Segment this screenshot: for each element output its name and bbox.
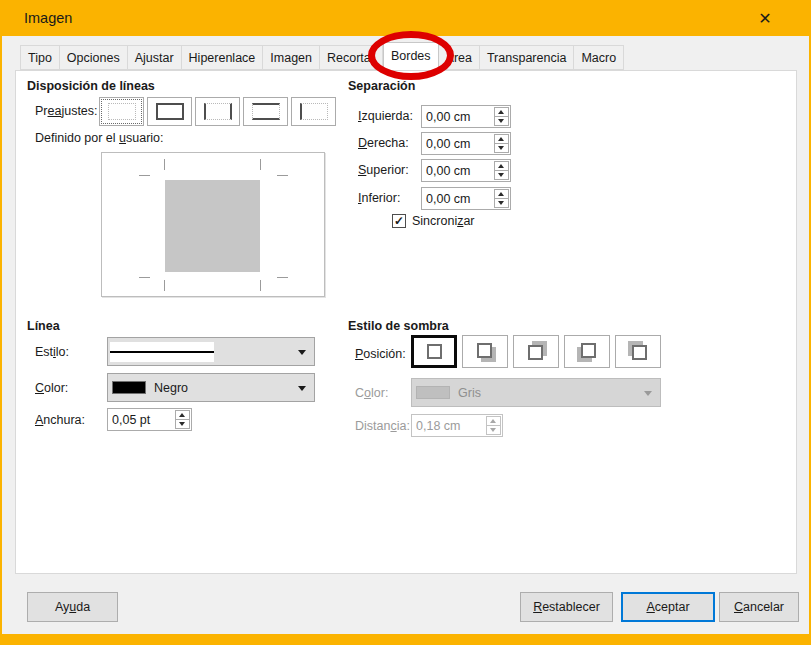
gray-color-swatch: [416, 386, 450, 399]
tick-mark: [139, 175, 150, 176]
shadow-distance-field: [411, 414, 503, 437]
dialog-bottom-border: [0, 634, 811, 645]
spin-down-icon: [490, 428, 496, 432]
shadow-top-right-button[interactable]: [513, 335, 559, 368]
line-style-select[interactable]: [107, 337, 315, 366]
user-defined-label: Definido por el usuario:: [35, 131, 164, 145]
left-spacing-input[interactable]: [422, 106, 493, 127]
ok-button[interactable]: Aceptar: [621, 592, 715, 622]
chevron-down-icon: [298, 350, 306, 355]
line-style-preview: [110, 342, 214, 362]
shadow-color-select: Gris: [411, 378, 661, 407]
spin-up-icon: [498, 192, 504, 196]
line-title: Línea: [27, 319, 60, 333]
left-spacing-label: Izquierda:: [358, 109, 413, 123]
line-arrangement-title: Disposición de líneas: [27, 79, 155, 93]
tick-mark: [139, 277, 150, 278]
tab-opciones[interactable]: Opciones: [60, 45, 128, 70]
spin-down-icon: [498, 173, 504, 177]
tick-mark: [164, 280, 165, 291]
shadow-bottom-right-icon: [475, 341, 496, 362]
shadow-bottom-left-icon: [577, 341, 598, 362]
shadow-title: Estilo de sombra: [348, 319, 449, 333]
spin-up-icon: [498, 137, 504, 141]
spin-up-icon: [498, 164, 504, 168]
left-spacing-spinner[interactable]: [494, 107, 509, 126]
top-spacing-label: Superior:: [358, 163, 409, 177]
image-dialog: Imagen ✕ Tipo Opciones Ajustar Hiperenla…: [0, 0, 811, 645]
top-spacing-field: [421, 159, 511, 182]
no-border-icon: [108, 103, 136, 120]
checkmark-icon: ✓: [394, 215, 404, 227]
spin-down-icon: [498, 146, 504, 150]
help-button[interactable]: Ayuda: [27, 592, 118, 622]
shadow-distance-input: [412, 415, 485, 436]
right-spacing-spinner[interactable]: [494, 134, 509, 153]
tick-mark: [260, 280, 261, 291]
spin-up-icon: [490, 419, 496, 423]
tab-bordes-label: Bordes: [391, 49, 431, 63]
bottom-spacing-label: Inferior:: [358, 191, 400, 205]
tab-imagen[interactable]: Imagen: [263, 45, 320, 70]
cancel-button[interactable]: Cancelar: [719, 592, 799, 622]
right-spacing-input[interactable]: [422, 133, 493, 154]
window-title: Imagen: [24, 10, 72, 26]
shadow-bottom-left-button[interactable]: [564, 335, 610, 368]
shadow-top-left-icon: [628, 341, 649, 362]
solid-line-sample: [110, 351, 214, 353]
spin-down-icon: [179, 422, 185, 426]
reset-button[interactable]: Restablecer: [520, 592, 613, 622]
shadow-color-value: Gris: [458, 386, 481, 400]
tab-ajustar[interactable]: Ajustar: [128, 45, 182, 70]
spin-down-icon: [498, 119, 504, 123]
spin-up-icon: [179, 413, 185, 417]
close-icon: ✕: [758, 9, 771, 28]
line-width-spinner[interactable]: [175, 410, 190, 429]
tick-mark: [277, 277, 288, 278]
tick-mark: [164, 159, 165, 170]
preset-no-border-button[interactable]: [99, 97, 144, 126]
spin-down-icon: [498, 201, 504, 205]
preset-box-button[interactable]: [147, 97, 192, 126]
tab-transparencia[interactable]: Transparencia: [480, 45, 574, 70]
top-spacing-input[interactable]: [422, 160, 493, 181]
top-spacing-spinner[interactable]: [494, 161, 509, 180]
left-spacing-field: [421, 105, 511, 128]
line-width-input[interactable]: [108, 409, 174, 430]
close-button[interactable]: ✕: [745, 0, 785, 36]
tick-mark: [277, 175, 288, 176]
black-color-swatch: [112, 381, 146, 394]
left-right-border-icon: [204, 103, 232, 120]
box-border-icon: [156, 103, 184, 120]
preset-top-bottom-button[interactable]: [243, 97, 288, 126]
borders-tab-page: Disposición de líneas Preajustes: Defini…: [15, 70, 797, 574]
synchronize-checkbox[interactable]: ✓: [392, 214, 406, 228]
tab-recortar[interactable]: Recortar: [320, 45, 383, 70]
tab-strip: Tipo Opciones Ajustar Hiperenlace Imagen…: [20, 45, 624, 70]
shadow-top-right-icon: [526, 341, 547, 362]
shadow-none-icon: [424, 341, 445, 362]
cancel-button-label: Cancelar: [734, 600, 784, 614]
shadow-bottom-right-button[interactable]: [462, 335, 508, 368]
bottom-spacing-input[interactable]: [422, 188, 493, 209]
preset-left-only-button[interactable]: [291, 97, 336, 126]
tab-hiperenlace[interactable]: Hiperenlace: [182, 45, 264, 70]
tab-tipo[interactable]: Tipo: [20, 45, 60, 70]
chevron-down-icon: [644, 391, 652, 396]
preset-left-right-button[interactable]: [195, 97, 240, 126]
shadow-distance-label: Distancia:: [355, 419, 410, 433]
tab-bordes[interactable]: Bordes: [383, 42, 439, 70]
border-edit-preview[interactable]: [101, 152, 325, 297]
preview-content-square: [165, 180, 260, 272]
tab-area[interactable]: Área: [439, 45, 480, 70]
bottom-spacing-field: [421, 187, 511, 210]
presets-label: Preajustes:: [35, 104, 98, 118]
line-color-select[interactable]: Negro: [107, 373, 315, 402]
top-bottom-border-icon: [252, 103, 280, 120]
tab-macro[interactable]: Macro: [574, 45, 624, 70]
shadow-none-button[interactable]: [411, 335, 457, 368]
shadow-top-left-button[interactable]: [615, 335, 661, 368]
right-spacing-field: [421, 132, 511, 155]
right-spacing-label: Derecha:: [358, 136, 409, 150]
bottom-spacing-spinner[interactable]: [494, 189, 509, 208]
